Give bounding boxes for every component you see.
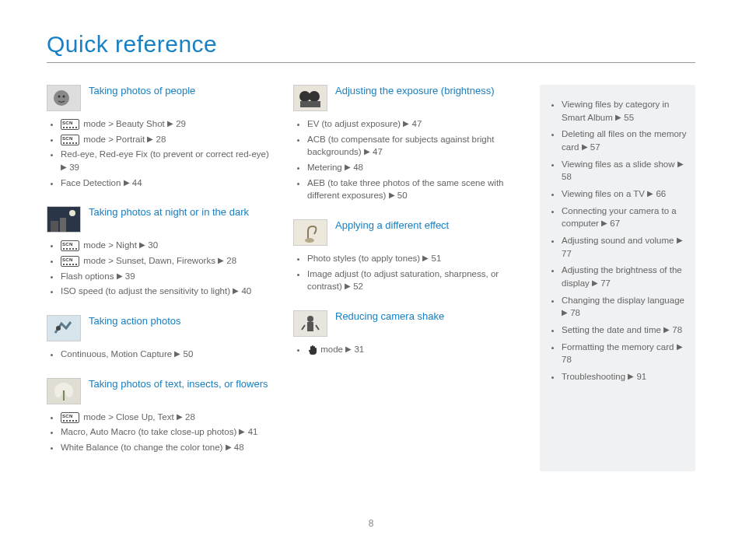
list-item: Continuous, Motion Capture ▶ 50 bbox=[61, 348, 275, 361]
sidebar-item: Deleting all files on the memory card ▶ … bbox=[562, 128, 688, 153]
item-text: mode > Portrait bbox=[81, 135, 147, 144]
item-text: mode bbox=[318, 345, 345, 354]
page-ref: 28 bbox=[156, 135, 166, 144]
page-ref: 44 bbox=[132, 178, 142, 187]
arrow-icon: ▶ bbox=[582, 142, 588, 151]
svg-point-2 bbox=[58, 96, 61, 98]
section-thumbnail bbox=[47, 206, 81, 233]
page-number: 8 bbox=[47, 518, 695, 529]
item-text: EV (to adjust exposure) bbox=[307, 119, 403, 128]
section-title: Taking action photos bbox=[89, 315, 181, 327]
page-ref: 51 bbox=[432, 254, 442, 263]
list-item: Red-eye, Red-eye Fix (to prevent or corr… bbox=[61, 148, 275, 173]
scn-mode-icon bbox=[61, 119, 79, 130]
list-item: Metering ▶ 48 bbox=[307, 161, 521, 174]
arrow-icon: ▶ bbox=[117, 271, 123, 280]
arrow-icon: ▶ bbox=[139, 240, 145, 249]
page-ref: 30 bbox=[148, 240, 158, 250]
section: Taking photos of text, insects, or flowe… bbox=[47, 378, 275, 454]
svg-point-12 bbox=[54, 385, 62, 397]
section-title: Reducing camera shake bbox=[335, 310, 444, 323]
item-text: Deleting all files on the memory card bbox=[562, 129, 686, 152]
arrow-icon: ▶ bbox=[174, 349, 180, 358]
section-header: Taking photos at night or in the dark bbox=[47, 206, 275, 233]
arrow-icon: ▶ bbox=[147, 135, 153, 143]
arrow-icon: ▶ bbox=[345, 282, 351, 290]
item-text: mode > Night bbox=[81, 240, 139, 250]
arrow-icon: ▶ bbox=[677, 342, 683, 351]
section-header: Adjusting the exposure (brightness) bbox=[293, 85, 521, 111]
page-ref: 29 bbox=[176, 119, 186, 128]
section-thumbnail bbox=[47, 315, 81, 341]
sidebar-item: Viewing files on a TV ▶ 66 bbox=[562, 187, 688, 201]
list-item: Macro, Auto Macro (to take close-up phot… bbox=[61, 425, 275, 439]
page-ref: 77 bbox=[562, 249, 572, 258]
section: Taking photos of people mode > Beauty Sh… bbox=[47, 85, 275, 189]
svg-point-13 bbox=[65, 385, 73, 397]
arrow-icon: ▶ bbox=[403, 119, 409, 128]
content-columns: Taking photos of people mode > Beauty Sh… bbox=[47, 85, 695, 471]
page-ref: 28 bbox=[185, 412, 195, 422]
item-text: mode > Sunset, Dawn, Fireworks bbox=[81, 256, 218, 265]
page-ref: 48 bbox=[234, 443, 244, 452]
item-text: Adjusting sound and volume bbox=[562, 236, 677, 245]
arrow-icon: ▶ bbox=[364, 147, 370, 156]
list-item: Flash options ▶ 39 bbox=[61, 270, 275, 283]
item-text: Continuous, Motion Capture bbox=[61, 349, 174, 359]
arrow-icon: ▶ bbox=[233, 286, 239, 295]
item-text: Photo styles (to apply tones) bbox=[307, 254, 422, 263]
section-title: Taking photos at night or in the dark bbox=[89, 206, 249, 219]
section-header: Reducing camera shake bbox=[293, 310, 521, 337]
arrow-icon: ▶ bbox=[61, 163, 67, 171]
section-list: mode > Beauty Shot ▶ 29 mode > Portrait … bbox=[50, 117, 275, 189]
list-item: mode > Beauty Shot ▶ 29 bbox=[61, 117, 275, 131]
sidebar-item: Adjusting the brightness of the display … bbox=[562, 264, 688, 289]
item-text: ACB (to compensate for subjects against … bbox=[307, 135, 494, 157]
item-text: ISO speed (to adjust the sensitivity to … bbox=[61, 286, 233, 296]
page-ref: 66 bbox=[656, 189, 666, 198]
section-header: Taking photos of people bbox=[47, 85, 275, 111]
list-item: ACB (to compensate for subjects against … bbox=[307, 133, 521, 159]
page-title: Quick reference bbox=[47, 31, 695, 58]
svg-point-16 bbox=[309, 91, 320, 102]
arrow-icon: ▶ bbox=[218, 256, 224, 264]
section-title: Taking photos of people bbox=[89, 85, 195, 97]
title-rule bbox=[47, 62, 695, 63]
page-ref: 78 bbox=[672, 325, 682, 334]
sidebar: Viewing files by category in Smart Album… bbox=[540, 85, 695, 471]
section: Taking action photosContinuous, Motion C… bbox=[47, 315, 275, 361]
page-ref: 40 bbox=[241, 286, 251, 296]
list-item: EV (to adjust exposure) ▶ 47 bbox=[307, 117, 521, 131]
svg-rect-8 bbox=[47, 316, 80, 341]
page-ref: 39 bbox=[125, 271, 135, 281]
section-list: mode ▶ 31 bbox=[296, 343, 521, 356]
svg-point-1 bbox=[54, 90, 69, 106]
column-2: Adjusting the exposure (brightness)EV (t… bbox=[293, 85, 521, 471]
page-ref: 50 bbox=[397, 191, 408, 200]
svg-point-21 bbox=[307, 316, 313, 322]
item-text: Image adjust (to adjust saturation, shar… bbox=[307, 269, 499, 292]
page-ref: 47 bbox=[373, 147, 383, 156]
list-item: Image adjust (to adjust saturation, shar… bbox=[307, 268, 521, 293]
item-text: mode > Close Up, Text bbox=[81, 412, 177, 422]
svg-rect-6 bbox=[51, 221, 58, 232]
arrow-icon: ▶ bbox=[345, 345, 352, 353]
item-text: Changing the display language bbox=[562, 296, 684, 305]
arrow-icon: ▶ bbox=[647, 189, 653, 198]
section-thumbnail bbox=[293, 219, 327, 246]
section-thumbnail bbox=[293, 85, 327, 111]
list-item: White Balance (to change the color tone)… bbox=[61, 441, 275, 454]
section-list: mode > Close Up, Text ▶ 28Macro, Auto Ma… bbox=[50, 411, 275, 454]
sidebar-item: Connecting your camera to a computer ▶ 6… bbox=[562, 205, 688, 230]
arrow-icon: ▶ bbox=[663, 325, 670, 334]
page-ref: 91 bbox=[636, 372, 646, 381]
svg-point-5 bbox=[69, 210, 75, 216]
item-text: Viewing files as a slide show bbox=[562, 159, 677, 169]
section-header: Taking photos of text, insects, or flowe… bbox=[47, 378, 275, 404]
item-text: Red-eye, Red-eye Fix (to prevent or corr… bbox=[61, 149, 269, 159]
section-thumbnail bbox=[47, 378, 81, 404]
item-text: Formatting the memory card bbox=[562, 342, 677, 352]
item-text: Macro, Auto Macro (to take close-up phot… bbox=[61, 427, 239, 436]
item-text: White Balance (to change the color tone) bbox=[61, 443, 226, 452]
arrow-icon: ▶ bbox=[562, 308, 568, 317]
